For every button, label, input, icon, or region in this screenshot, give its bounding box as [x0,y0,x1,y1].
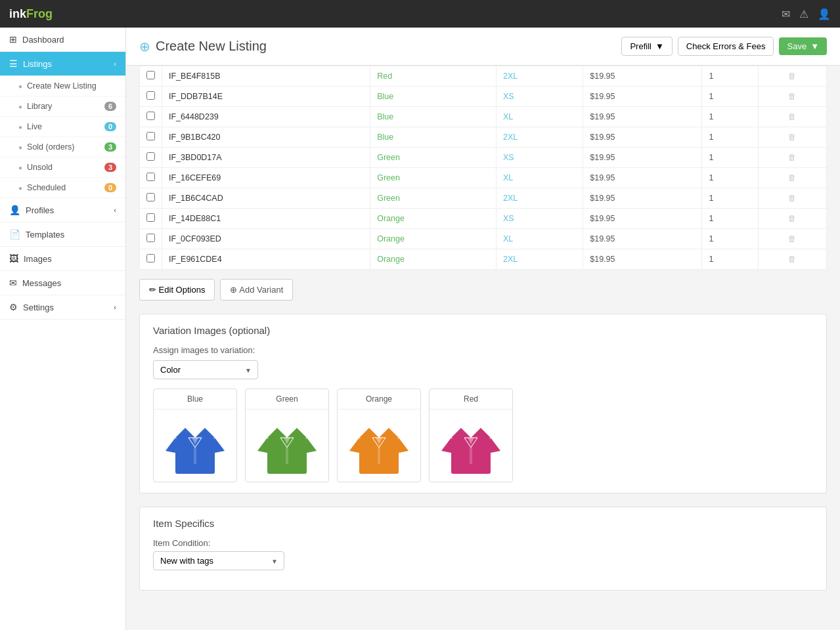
check-label: Check Errors & Fees [686,41,766,51]
sidebar-sub-item-create[interactable]: ● Create New Listing [0,76,125,96]
sidebar-item-images[interactable]: 🖼 Images [0,247,125,271]
sidebar-sub-item-scheduled[interactable]: ● Scheduled 0 [0,178,125,198]
row-qty-0: 1 [702,66,759,87]
prefill-chevron-icon: ▼ [655,41,664,51]
row-checkbox-9[interactable] [146,254,155,262]
row-price-2: $19.95 [583,107,702,127]
svg-rect-31 [378,448,380,464]
color-card-blue[interactable]: Blue [153,388,237,482]
badge-unsold: 3 [104,163,116,172]
alert-icon[interactable]: ⚠ [799,8,808,20]
row-price-6: $19.95 [583,188,702,209]
row-color-0: Red [370,66,497,87]
messages-icon: ✉ [9,278,17,288]
row-id-7: IF_14DE88C1 [162,209,370,229]
row-checkbox-0[interactable] [146,71,155,79]
row-qty-4: 1 [702,148,759,168]
row-checkbox-2[interactable] [146,112,155,120]
row-checkbox-3[interactable] [146,132,155,140]
row-checkbox-5[interactable] [146,173,155,181]
sidebar-item-templates[interactable]: 📄 Templates [0,222,125,247]
svg-marker-24 [399,438,409,453]
row-id-3: IF_9B1BC420 [162,127,370,148]
sidebar-sub-item-library[interactable]: ● Library 6 [0,96,125,117]
row-id-5: IF_16CEFE69 [162,168,370,188]
svg-rect-42 [470,448,472,464]
row-delete-3[interactable]: 🗑 [758,127,826,148]
check-errors-button[interactable]: Check Errors & Fees [678,37,774,56]
listings-icon: ☰ [9,58,18,69]
row-checkbox-1[interactable] [146,91,155,100]
sidebar-item-label-templates: Templates [26,230,64,240]
color-dropdown[interactable]: Color Size [153,360,258,379]
row-qty-1: 1 [702,87,759,107]
row-delete-5[interactable]: 🗑 [758,168,826,188]
row-checkbox-8[interactable] [146,234,155,242]
user-icon[interactable]: 👤 [818,8,831,20]
row-color-9: Orange [370,249,497,270]
row-price-7: $19.95 [583,209,702,229]
svg-marker-38 [451,428,471,438]
svg-marker-1 [166,438,175,453]
prefill-button[interactable]: Prefill ▼ [621,37,672,56]
sidebar-sub-label-create: Create New Listing [27,81,97,91]
table-row: IF_E961CDE4 Orange 2XL $19.95 1 🗑 [140,249,827,270]
edit-options-button[interactable]: ✏ Edit Options [139,279,215,301]
sub-dot-library: ● [18,103,22,110]
sidebar-item-label-dashboard: Dashboard [22,35,64,45]
row-checkbox-6[interactable] [146,193,155,201]
row-delete-1[interactable]: 🗑 [758,87,826,107]
row-size-0: 2XL [496,66,583,87]
row-delete-7[interactable]: 🗑 [758,209,826,229]
profiles-icon: 👤 [9,205,20,215]
row-checkbox-7[interactable] [146,213,155,222]
color-card-orange[interactable]: Orange [337,388,421,482]
save-button[interactable]: Save ▼ [779,37,827,55]
row-checkbox-cell [140,148,162,168]
item-specifics-section: Item Specifics Item Condition: New with … [139,507,827,591]
sidebar-item-listings[interactable]: ☰ Listings ‹ [0,52,125,76]
row-delete-8[interactable]: 🗑 [758,229,826,249]
row-checkbox-4[interactable] [146,152,155,161]
row-delete-0[interactable]: 🗑 [758,66,826,87]
variation-images-section: Variation Images (optional) Assign image… [139,314,827,494]
row-qty-5: 1 [702,168,759,188]
sidebar-item-profiles[interactable]: 👤 Profiles ‹ [0,198,125,222]
row-delete-9[interactable]: 🗑 [758,249,826,270]
row-checkbox-cell [140,229,162,249]
sub-dot-scheduled: ● [18,184,22,192]
color-card-green[interactable]: Green [245,388,329,482]
add-variant-button[interactable]: ⊕ Add Variant [220,279,293,301]
row-delete-4[interactable]: 🗑 [758,148,826,168]
row-checkbox-cell [140,188,162,209]
row-price-4: $19.95 [583,148,702,168]
row-delete-6[interactable]: 🗑 [758,188,826,209]
row-price-0: $19.95 [583,66,702,87]
svg-rect-20 [286,448,288,464]
row-qty-6: 1 [702,188,759,209]
sidebar-sub-item-unsold[interactable]: ● Unsold 3 [0,158,125,178]
page-header: ⊕ Create New Listing Prefill ▼ Check Err… [126,28,840,66]
save-chevron-icon: ▼ [810,41,819,51]
add-variant-label: ⊕ Add Variant [230,285,283,295]
sidebar-sub-item-live[interactable]: ● Live 0 [0,117,125,137]
sidebar-item-messages[interactable]: ✉ Messages [0,271,125,295]
row-delete-2[interactable]: 🗑 [758,107,826,127]
top-nav: inkFrog ✉ ⚠ 👤 [0,0,840,28]
condition-dropdown[interactable]: New with tags New without tags Pre-owned [153,551,284,570]
profiles-chevron-icon: ‹ [114,206,116,214]
sidebar-sub-item-sold[interactable]: ● Sold (orders) 3 [0,137,125,158]
color-card-img-orange [338,410,420,482]
dashboard-icon: ⊞ [9,34,17,45]
row-size-3: 2XL [496,127,583,148]
row-color-2: Blue [370,107,497,127]
sidebar-item-dashboard[interactable]: ⊞ Dashboard [0,28,125,52]
row-color-5: Green [370,168,497,188]
color-card-red[interactable]: Red [429,388,513,482]
color-card-label-red: Red [430,389,512,410]
email-icon[interactable]: ✉ [782,8,790,20]
variants-table: IF_BE4F815B Red 2XL $19.95 1 🗑 IF_DDB7B1… [139,66,827,270]
sidebar-item-settings[interactable]: ⚙ Settings ‹ [0,295,125,320]
svg-marker-34 [441,438,451,453]
row-price-9: $19.95 [583,249,702,270]
